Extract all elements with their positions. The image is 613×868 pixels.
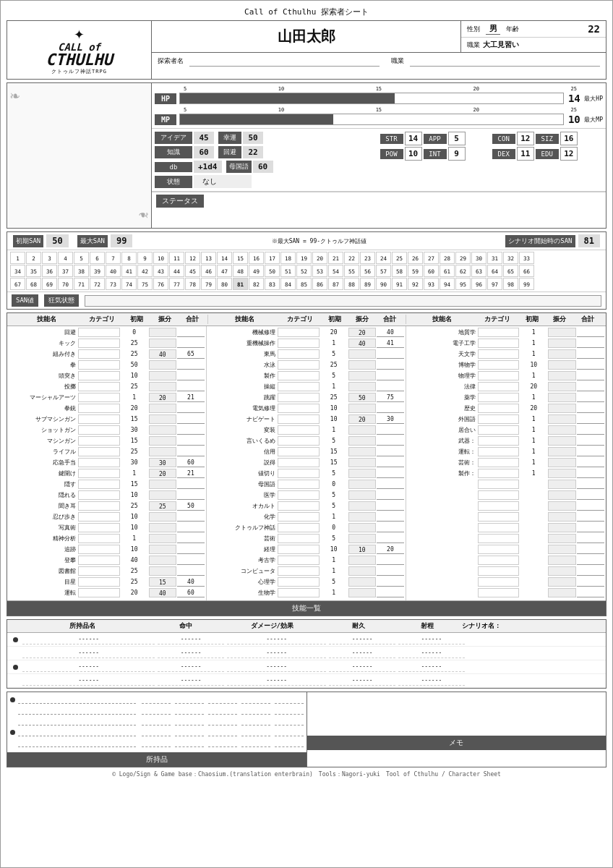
- skill-cat: [478, 393, 519, 402]
- skill-name: マーシャルアーツ: [9, 393, 77, 401]
- skill-row: キック25: [9, 339, 205, 348]
- skill-cat: [478, 447, 519, 456]
- skill-row: ナビゲート102030: [208, 414, 404, 424]
- skill-row: 薬学1: [408, 393, 604, 402]
- skill-init: 10: [121, 524, 148, 531]
- skill-total: [377, 404, 404, 413]
- skill-init: 1: [121, 535, 148, 542]
- skill-bonus: 25: [149, 501, 176, 511]
- skill-cat: [478, 566, 519, 576]
- skill-row: 隠す15: [9, 480, 205, 489]
- skill-row: マーシャルアーツ12021: [9, 393, 205, 402]
- skill-cat: [78, 469, 119, 478]
- poss-entry-1: [10, 695, 304, 704]
- skill-init: 10: [121, 373, 148, 379]
- knowledge-value: 60: [194, 146, 214, 158]
- int-value: 9: [448, 147, 466, 161]
- skill-bonus: 20: [149, 393, 176, 402]
- skill-row: [408, 545, 604, 554]
- character-name: 山田太郎: [278, 27, 335, 46]
- footer-note: © Logo/Sign & Game base：Chaosium.(transl…: [7, 770, 606, 778]
- skill-row: [408, 556, 604, 565]
- skill-row: 組み付き254065: [9, 349, 205, 359]
- skill-row: 医学5: [208, 490, 404, 500]
- skill-cat: [78, 534, 119, 543]
- skill-cat: [78, 328, 119, 337]
- explorer-label: 探索者名: [158, 56, 184, 66]
- skill-bonus: [149, 436, 176, 446]
- skill-total: [377, 490, 404, 500]
- skill-init: 1: [320, 383, 348, 390]
- skill-total: [377, 447, 404, 456]
- skill-init: 20: [121, 590, 148, 596]
- skill-total: [377, 371, 404, 380]
- skill-total: [377, 425, 404, 435]
- skill-name: 機械修理: [208, 328, 277, 336]
- skill-cat: [478, 414, 519, 424]
- poss-entry-2: [10, 706, 304, 715]
- skill-bonus: [348, 566, 376, 576]
- skill-bonus: [548, 458, 575, 467]
- skill-cat: [78, 382, 119, 391]
- skill-init: 1: [520, 448, 547, 455]
- skill-total: [177, 382, 205, 391]
- gender-value: 男: [486, 23, 500, 35]
- skill-bonus: [149, 545, 176, 554]
- san-grid: 1234567891011121314151617181920212223242…: [7, 250, 606, 292]
- mp-label: MP: [155, 114, 176, 125]
- skill-name: 聞き耳: [9, 502, 77, 510]
- skill-row: 追跡10: [9, 545, 205, 554]
- skill-bonus: 50: [348, 393, 376, 402]
- skill-cat: [278, 501, 319, 511]
- skill-total: [177, 425, 205, 435]
- lower-possessions: 所持品: [7, 692, 307, 767]
- mp-bar: [179, 114, 564, 125]
- skill-name: ナビゲート: [208, 415, 277, 423]
- skill-total: 60: [177, 588, 205, 597]
- skill-bonus: [348, 447, 376, 456]
- skill-bonus: [548, 382, 575, 391]
- skill-bonus: [548, 501, 575, 511]
- mp-scale: 510152025: [155, 107, 603, 113]
- hp-max-label: 最大HP: [584, 95, 603, 103]
- skill-row: 拳銃20: [9, 404, 205, 413]
- skill-name: 変装: [208, 426, 277, 434]
- weapon-row: ------------------------------: [7, 674, 606, 688]
- skill-cat: [278, 425, 319, 435]
- skill-total: 50: [177, 501, 205, 511]
- skill-name: サブマシンガン: [9, 415, 77, 423]
- skill-total: [577, 556, 604, 565]
- skill-total: [577, 480, 604, 489]
- native-lang-value: 60: [253, 161, 273, 173]
- skill-bonus: [548, 425, 575, 435]
- skill-total: [577, 339, 604, 348]
- skill-bonus: [548, 328, 575, 337]
- status-section-label: ステータス: [156, 195, 204, 208]
- skill-bonus: [348, 534, 376, 543]
- skill-name: 鍵開け: [9, 469, 77, 477]
- skill-row: 製作5: [208, 371, 404, 380]
- hp-bar: [179, 93, 564, 104]
- skill-bonus: [348, 523, 376, 532]
- lower-memo: メモ: [307, 692, 606, 767]
- skill-total: [177, 566, 205, 576]
- scenario-san: シナリオ開始時のSAN 81: [505, 234, 600, 247]
- skill-bonus: [149, 382, 176, 391]
- skill-bonus: [548, 339, 575, 348]
- skill-total: [377, 349, 404, 359]
- skill-bonus: [548, 490, 575, 500]
- hp-value: 14: [567, 93, 581, 104]
- skill-total: [177, 447, 205, 456]
- scenario-san-value: 81: [578, 234, 600, 247]
- skill-cat: [478, 469, 519, 478]
- weapon-row: ------------------------------: [7, 647, 606, 660]
- skill-init: 5: [320, 351, 348, 357]
- skill-total: [177, 339, 205, 348]
- skill-row: クトゥルフ神話0: [208, 523, 404, 532]
- str-row: STR 14 APP 5: [380, 132, 491, 145]
- skill-bonus: [348, 458, 376, 467]
- skill-init: 25: [121, 340, 148, 346]
- initial-san-label: 初期SAN: [13, 235, 43, 247]
- status-label: 状態: [155, 176, 192, 188]
- skill-cat: [78, 349, 119, 359]
